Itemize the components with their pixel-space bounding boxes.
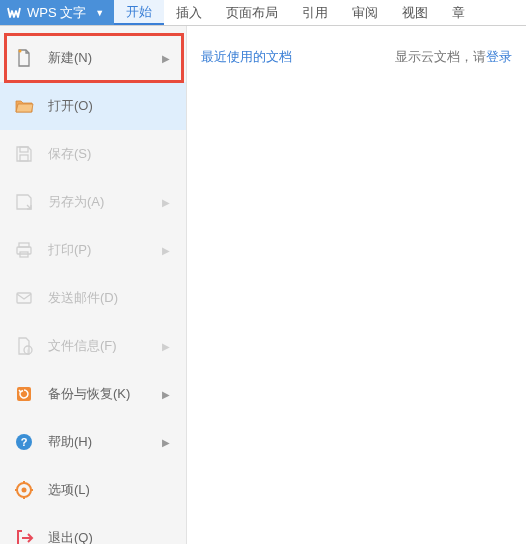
mail-icon bbox=[14, 288, 34, 308]
menu-item-save-as: 另存为(A) ▶ bbox=[0, 178, 186, 226]
menu-item-open[interactable]: 打开(O) bbox=[0, 82, 186, 130]
tab-chapter[interactable]: 章 bbox=[440, 0, 477, 25]
svg-text:?: ? bbox=[21, 436, 28, 448]
menu-item-exit[interactable]: 退出(Q) bbox=[0, 514, 186, 544]
cloud-doc-hint: 显示云文档，请登录 bbox=[395, 48, 512, 522]
menu-label: 新建(N) bbox=[48, 49, 148, 67]
tab-references[interactable]: 引用 bbox=[290, 0, 340, 25]
menu-item-help[interactable]: ? 帮助(H) ▶ bbox=[0, 418, 186, 466]
svg-rect-2 bbox=[20, 155, 28, 161]
svg-point-0 bbox=[19, 50, 22, 53]
menu-label: 另存为(A) bbox=[48, 193, 148, 211]
folder-open-icon bbox=[14, 96, 34, 116]
app-header: WPS 文字 ▼ 开始 插入 页面布局 引用 审阅 视图 章 bbox=[0, 0, 526, 26]
file-info-icon: i bbox=[14, 336, 34, 356]
save-icon bbox=[14, 144, 34, 164]
chevron-right-icon: ▶ bbox=[162, 437, 170, 448]
menu-label: 保存(S) bbox=[48, 145, 172, 163]
recent-documents-title: 最近使用的文档 bbox=[201, 48, 292, 522]
app-name: WPS 文字 bbox=[27, 4, 86, 22]
main-area: 新建(N) ▶ 打开(O) 保存(S) 另存为(A) ▶ bbox=[0, 26, 526, 544]
chevron-right-icon: ▶ bbox=[162, 389, 170, 400]
chevron-down-icon: ▼ bbox=[95, 8, 104, 18]
tab-start[interactable]: 开始 bbox=[114, 0, 164, 25]
svg-rect-6 bbox=[17, 293, 31, 303]
chevron-right-icon: ▶ bbox=[162, 341, 170, 352]
menu-label: 退出(Q) bbox=[48, 529, 172, 544]
chevron-right-icon: ▶ bbox=[162, 197, 170, 208]
menu-label: 打开(O) bbox=[48, 97, 172, 115]
menu-label: 备份与恢复(K) bbox=[48, 385, 148, 403]
menu-item-save: 保存(S) bbox=[0, 130, 186, 178]
chevron-right-icon: ▶ bbox=[162, 245, 170, 256]
app-brand[interactable]: WPS 文字 ▼ bbox=[0, 0, 114, 25]
menu-item-new[interactable]: 新建(N) ▶ bbox=[0, 34, 186, 82]
svg-rect-9 bbox=[17, 387, 31, 401]
svg-point-13 bbox=[22, 488, 27, 493]
svg-text:i: i bbox=[27, 348, 28, 354]
exit-icon bbox=[14, 528, 34, 544]
menu-item-options[interactable]: 选项(L) bbox=[0, 466, 186, 514]
help-icon: ? bbox=[14, 432, 34, 452]
file-new-icon bbox=[14, 48, 34, 68]
menu-item-print: 打印(P) ▶ bbox=[0, 226, 186, 274]
chevron-right-icon: ▶ bbox=[162, 53, 170, 64]
svg-rect-1 bbox=[20, 147, 28, 152]
tab-view[interactable]: 视图 bbox=[390, 0, 440, 25]
file-menu-sidebar: 新建(N) ▶ 打开(O) 保存(S) 另存为(A) ▶ bbox=[0, 26, 187, 544]
settings-icon bbox=[14, 480, 34, 500]
menu-label: 文件信息(F) bbox=[48, 337, 148, 355]
tab-insert[interactable]: 插入 bbox=[164, 0, 214, 25]
menu-label: 发送邮件(D) bbox=[48, 289, 172, 307]
menu-item-backup[interactable]: 备份与恢复(K) ▶ bbox=[0, 370, 186, 418]
menu-label: 帮助(H) bbox=[48, 433, 148, 451]
svg-rect-4 bbox=[17, 247, 31, 254]
menu-item-file-info: i 文件信息(F) ▶ bbox=[0, 322, 186, 370]
login-link[interactable]: 登录 bbox=[486, 49, 512, 64]
menu-label: 打印(P) bbox=[48, 241, 148, 259]
menu-label: 选项(L) bbox=[48, 481, 172, 499]
content-panel: 最近使用的文档 显示云文档，请登录 bbox=[187, 26, 526, 544]
ribbon-tabs: 开始 插入 页面布局 引用 审阅 视图 章 bbox=[114, 0, 477, 25]
backup-icon bbox=[14, 384, 34, 404]
menu-item-send-mail: 发送邮件(D) bbox=[0, 274, 186, 322]
tab-review[interactable]: 审阅 bbox=[340, 0, 390, 25]
tab-page-layout[interactable]: 页面布局 bbox=[214, 0, 290, 25]
save-as-icon bbox=[14, 192, 34, 212]
print-icon bbox=[14, 240, 34, 260]
wps-logo-icon bbox=[6, 5, 22, 21]
